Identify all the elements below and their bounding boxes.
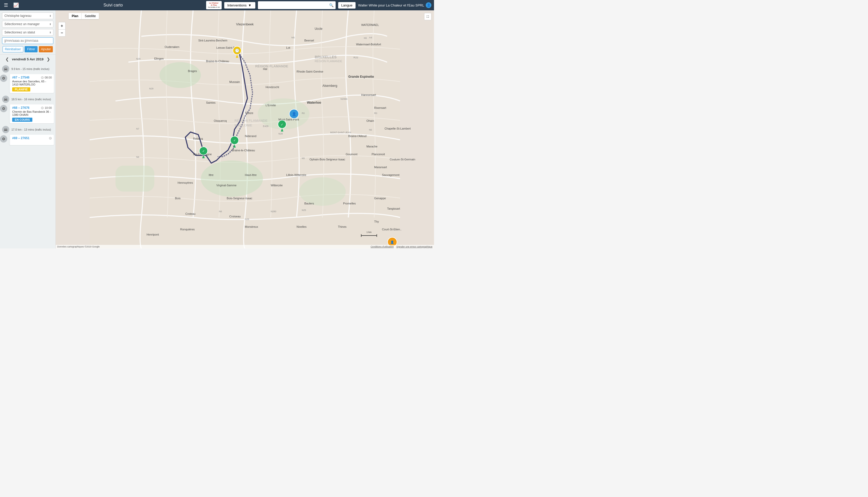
svg-text:Lot: Lot (286, 46, 290, 49)
svg-text:Genappe: Genappe (374, 197, 386, 200)
svg-text:N280: N280 (270, 210, 276, 213)
svg-text:Croiseau: Croiseau (230, 215, 241, 218)
gear-icon-3 (0, 135, 7, 143)
svg-text:Brages: Brages (188, 69, 197, 73)
svg-text:N28: N28 (278, 132, 282, 135)
search-input[interactable] (260, 3, 329, 7)
svg-text:Maransart: Maransart (374, 166, 387, 169)
svg-text:Watermael-Boitsfort: Watermael-Boitsfort (356, 43, 381, 46)
sidebar: Christophe lagneau Sélectionnez un manag… (0, 10, 56, 248)
travel-info-2: 18.5 km - 16 mins (trafic inclus) (11, 98, 51, 101)
intervention-card-2[interactable]: #68 – 27676 10:00 Chemin de Bas Ransbeck… (9, 104, 54, 123)
gear-icon-1 (0, 75, 7, 82)
tab-satellite[interactable]: Satellite (82, 13, 99, 19)
svg-point-4 (299, 177, 346, 206)
intervention-address-2: Chemin de Bas Ransbeck 36 - 1380 OHAIN (12, 110, 52, 116)
intervention-card-1[interactable]: #67 – 27546 08:00 Avenue des Sarcelles, … (9, 74, 54, 93)
interventions-arrow: ▼ (248, 3, 251, 7)
filter-button[interactable]: Filtrer (25, 46, 38, 52)
chart-icon[interactable]: 📈 (12, 2, 20, 8)
gear-icon-2 (0, 105, 7, 112)
interventions-dropdown[interactable]: Interventions ▼ (224, 2, 255, 9)
svg-text:Thy: Thy (374, 220, 379, 223)
svg-text:Court-St-Etien..: Court-St-Etien.. (382, 228, 402, 231)
svg-text:BRUXELLES: BRUXELLES (314, 55, 337, 59)
technician-select-wrapper: Christophe lagneau (2, 12, 53, 19)
side-icons-3 (0, 135, 9, 143)
filter-buttons: Réinitialiser Filtrer Ajouter (2, 46, 53, 52)
svg-text:Alsemberg: Alsemberg (322, 84, 337, 88)
manager-select[interactable]: Sélectionnez un manager (2, 21, 53, 27)
map-terms[interactable]: Conditions d'utilisation (370, 245, 394, 248)
svg-text:Sauvagemont: Sauvagemont (382, 173, 400, 176)
svg-text:Vlezenbeek: Vlezenbeek (236, 22, 254, 26)
app-header: ☰ 📈 Suivi carto La Chaleur & l'Eau Tel:0… (0, 0, 434, 10)
intervention-header-1: #67 – 27546 08:00 (12, 76, 52, 79)
intervention-address-1: Avenue des Sarcelles, 65 - 1410 WATERLOO (12, 80, 52, 86)
svg-text:Croteau: Croteau (186, 212, 195, 215)
svg-text:Sint-Laureins-Berchem: Sint-Laureins-Berchem (198, 39, 227, 42)
fullscreen-button[interactable] (424, 13, 431, 20)
next-date-button[interactable]: ❯ (46, 57, 51, 62)
map-attribution: Données cartographiques ©2019 Google Con… (56, 245, 434, 248)
svg-text:Hondzocht: Hondzocht (265, 86, 279, 89)
tab-plan[interactable]: Plan (69, 13, 81, 19)
svg-text:N25: N25 (302, 209, 306, 211)
svg-text:🕐: 🕐 (235, 48, 239, 53)
status-select[interactable]: Sélectionnez un statut (2, 29, 53, 36)
map-report[interactable]: Signaler une erreur cartographique (396, 245, 432, 248)
date-navigation: ❮ vendredi 5 Avr 2019 ❯ (0, 55, 55, 64)
ajouter-button[interactable]: Ajouter (39, 46, 53, 52)
intervention-time-3 (49, 137, 52, 140)
map-container[interactable]: Plan Satellite + − (56, 10, 434, 248)
svg-text:RÉGION FLAMANDE: RÉGION FLAMANDE (235, 119, 268, 123)
svg-text:R0: R0 (374, 112, 377, 115)
main-layout: Christophe lagneau Sélectionnez un manag… (0, 10, 434, 248)
svg-text:N5: N5 (291, 36, 295, 39)
svg-text:N6: N6 (219, 210, 222, 213)
travel-car-icon-3 (2, 126, 9, 133)
map-svg: Vlezenbeek Uccle WATERMAEL Sint-Laureins… (56, 10, 434, 248)
travel-row: 9.9 km - 15 mins (trafic inclus) (0, 64, 55, 74)
svg-text:✓: ✓ (202, 149, 205, 153)
svg-text:👤: 👤 (292, 112, 296, 116)
menu-icon[interactable]: ☰ (3, 2, 9, 8)
zoom-out-button[interactable]: − (58, 29, 65, 37)
svg-text:Saintes: Saintes (206, 101, 216, 104)
intervention-time-2: 10:00 (41, 106, 52, 109)
svg-text:Plancenoit: Plancenoit (372, 153, 385, 156)
svg-text:Braine-l'Alleud: Braine-l'Alleud (348, 134, 366, 138)
svg-text:Witterzée: Witterzée (270, 184, 282, 187)
manager-select-wrapper: Sélectionnez un manager (2, 21, 53, 27)
intervention-time-1: 08:00 (41, 76, 52, 79)
interventions-label: Interventions (227, 3, 247, 7)
prev-date-button[interactable]: ❮ (4, 57, 10, 62)
user-avatar[interactable]: 👤 (426, 2, 431, 8)
svg-text:Tangissart: Tangissart (387, 207, 400, 210)
search-box: 🔍 (258, 1, 336, 9)
reinit-button[interactable]: Réinitialiser (3, 46, 23, 52)
svg-text:Uccle: Uccle (314, 27, 322, 31)
travel-info-3: 17.0 km - 13 mins (trafic inclus) (11, 128, 51, 131)
svg-text:A4: A4 (369, 36, 372, 39)
svg-text:Oudenaken: Oudenaken (165, 45, 179, 48)
user-info: Walter White pour La Chaleur et l'Eau SP… (358, 2, 431, 8)
svg-text:Rhode-Saint-Genèse: Rhode-Saint-Genèse (296, 70, 323, 73)
svg-text:N29: N29 (149, 87, 153, 90)
svg-text:Rixensart: Rixensart (374, 106, 386, 109)
search-icon[interactable]: 🔍 (329, 3, 334, 7)
langue-button[interactable]: Langue (338, 2, 355, 9)
status-badge-1: PLANIFIÉ (12, 87, 30, 91)
svg-text:N5: N5 (364, 37, 367, 39)
svg-text:WATERMAEL: WATERMAEL (361, 23, 379, 26)
svg-text:WALLONIE: WALLONIE (235, 123, 252, 127)
company-logo: La Chaleur & l'Eau Tel:02/866.47.26 (206, 1, 222, 9)
intervention-header-2: #68 – 27676 10:00 (12, 106, 52, 110)
intervention-number-2: #68 – 27676 (12, 106, 30, 110)
technician-select[interactable]: Christophe lagneau (2, 12, 53, 19)
date-range-input[interactable] (2, 37, 53, 44)
intervention-card-3[interactable]: #69 – 27651 (9, 135, 54, 145)
current-date: vendredi 5 Avr 2019 (12, 57, 44, 61)
svg-text:Haut-Ittre: Haut-Ittre (245, 173, 257, 176)
zoom-in-button[interactable]: + (58, 22, 65, 29)
